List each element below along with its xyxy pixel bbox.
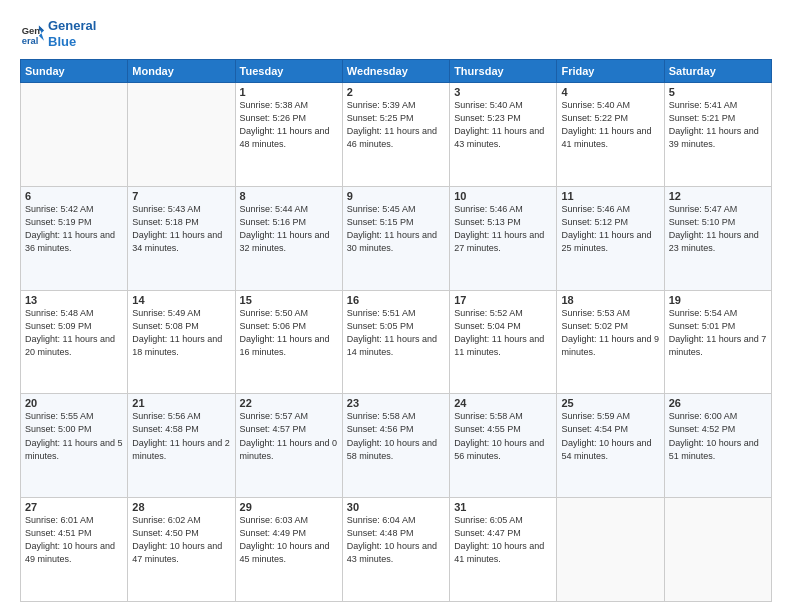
day-info: Sunrise: 5:55 AMSunset: 5:00 PMDaylight:… — [25, 410, 123, 462]
day-info: Sunrise: 5:44 AMSunset: 5:16 PMDaylight:… — [240, 203, 338, 255]
day-cell — [557, 498, 664, 602]
day-info: Sunrise: 5:48 AMSunset: 5:09 PMDaylight:… — [25, 307, 123, 359]
day-info: Sunrise: 5:40 AMSunset: 5:22 PMDaylight:… — [561, 99, 659, 151]
day-cell: 28Sunrise: 6:02 AMSunset: 4:50 PMDayligh… — [128, 498, 235, 602]
day-number: 30 — [347, 501, 445, 513]
day-cell: 27Sunrise: 6:01 AMSunset: 4:51 PMDayligh… — [21, 498, 128, 602]
svg-marker-3 — [39, 25, 44, 30]
day-cell: 11Sunrise: 5:46 AMSunset: 5:12 PMDayligh… — [557, 186, 664, 290]
day-cell: 21Sunrise: 5:56 AMSunset: 4:58 PMDayligh… — [128, 394, 235, 498]
day-info: Sunrise: 5:58 AMSunset: 4:56 PMDaylight:… — [347, 410, 445, 462]
day-cell: 23Sunrise: 5:58 AMSunset: 4:56 PMDayligh… — [342, 394, 449, 498]
logo-text: General Blue — [48, 18, 96, 49]
week-row-2: 6Sunrise: 5:42 AMSunset: 5:19 PMDaylight… — [21, 186, 772, 290]
day-info: Sunrise: 5:57 AMSunset: 4:57 PMDaylight:… — [240, 410, 338, 462]
day-number: 23 — [347, 397, 445, 409]
day-number: 18 — [561, 294, 659, 306]
weekday-friday: Friday — [557, 60, 664, 83]
weekday-monday: Monday — [128, 60, 235, 83]
day-number: 13 — [25, 294, 123, 306]
logo: Gen eral General Blue — [20, 18, 96, 49]
day-number: 14 — [132, 294, 230, 306]
day-cell: 24Sunrise: 5:58 AMSunset: 4:55 PMDayligh… — [450, 394, 557, 498]
day-info: Sunrise: 5:47 AMSunset: 5:10 PMDaylight:… — [669, 203, 767, 255]
day-number: 20 — [25, 397, 123, 409]
day-info: Sunrise: 6:02 AMSunset: 4:50 PMDaylight:… — [132, 514, 230, 566]
day-cell: 10Sunrise: 5:46 AMSunset: 5:13 PMDayligh… — [450, 186, 557, 290]
day-info: Sunrise: 6:01 AMSunset: 4:51 PMDaylight:… — [25, 514, 123, 566]
day-cell: 18Sunrise: 5:53 AMSunset: 5:02 PMDayligh… — [557, 290, 664, 394]
day-cell: 17Sunrise: 5:52 AMSunset: 5:04 PMDayligh… — [450, 290, 557, 394]
day-number: 25 — [561, 397, 659, 409]
day-info: Sunrise: 5:51 AMSunset: 5:05 PMDaylight:… — [347, 307, 445, 359]
day-cell: 8Sunrise: 5:44 AMSunset: 5:16 PMDaylight… — [235, 186, 342, 290]
day-cell: 3Sunrise: 5:40 AMSunset: 5:23 PMDaylight… — [450, 83, 557, 187]
day-number: 27 — [25, 501, 123, 513]
weekday-header-row: SundayMondayTuesdayWednesdayThursdayFrid… — [21, 60, 772, 83]
day-cell: 12Sunrise: 5:47 AMSunset: 5:10 PMDayligh… — [664, 186, 771, 290]
week-row-3: 13Sunrise: 5:48 AMSunset: 5:09 PMDayligh… — [21, 290, 772, 394]
day-cell: 2Sunrise: 5:39 AMSunset: 5:25 PMDaylight… — [342, 83, 449, 187]
day-number: 15 — [240, 294, 338, 306]
day-number: 22 — [240, 397, 338, 409]
weekday-wednesday: Wednesday — [342, 60, 449, 83]
day-number: 1 — [240, 86, 338, 98]
day-info: Sunrise: 5:45 AMSunset: 5:15 PMDaylight:… — [347, 203, 445, 255]
day-info: Sunrise: 5:54 AMSunset: 5:01 PMDaylight:… — [669, 307, 767, 359]
day-number: 31 — [454, 501, 552, 513]
day-number: 24 — [454, 397, 552, 409]
calendar-table: SundayMondayTuesdayWednesdayThursdayFrid… — [20, 59, 772, 602]
day-cell: 16Sunrise: 5:51 AMSunset: 5:05 PMDayligh… — [342, 290, 449, 394]
day-number: 19 — [669, 294, 767, 306]
day-cell — [128, 83, 235, 187]
week-row-4: 20Sunrise: 5:55 AMSunset: 5:00 PMDayligh… — [21, 394, 772, 498]
weekday-saturday: Saturday — [664, 60, 771, 83]
day-cell: 4Sunrise: 5:40 AMSunset: 5:22 PMDaylight… — [557, 83, 664, 187]
day-info: Sunrise: 5:39 AMSunset: 5:25 PMDaylight:… — [347, 99, 445, 151]
day-number: 9 — [347, 190, 445, 202]
day-info: Sunrise: 6:00 AMSunset: 4:52 PMDaylight:… — [669, 410, 767, 462]
day-number: 29 — [240, 501, 338, 513]
day-number: 2 — [347, 86, 445, 98]
day-info: Sunrise: 5:56 AMSunset: 4:58 PMDaylight:… — [132, 410, 230, 462]
day-info: Sunrise: 5:40 AMSunset: 5:23 PMDaylight:… — [454, 99, 552, 151]
day-number: 3 — [454, 86, 552, 98]
day-info: Sunrise: 5:53 AMSunset: 5:02 PMDaylight:… — [561, 307, 659, 359]
day-cell: 25Sunrise: 5:59 AMSunset: 4:54 PMDayligh… — [557, 394, 664, 498]
day-number: 6 — [25, 190, 123, 202]
day-number: 4 — [561, 86, 659, 98]
day-info: Sunrise: 5:50 AMSunset: 5:06 PMDaylight:… — [240, 307, 338, 359]
header: Gen eral General Blue — [20, 18, 772, 49]
day-number: 17 — [454, 294, 552, 306]
day-cell: 6Sunrise: 5:42 AMSunset: 5:19 PMDaylight… — [21, 186, 128, 290]
day-number: 10 — [454, 190, 552, 202]
weekday-thursday: Thursday — [450, 60, 557, 83]
day-cell: 13Sunrise: 5:48 AMSunset: 5:09 PMDayligh… — [21, 290, 128, 394]
day-number: 7 — [132, 190, 230, 202]
day-cell — [21, 83, 128, 187]
day-info: Sunrise: 6:05 AMSunset: 4:47 PMDaylight:… — [454, 514, 552, 566]
day-number: 16 — [347, 294, 445, 306]
day-number: 21 — [132, 397, 230, 409]
day-cell: 5Sunrise: 5:41 AMSunset: 5:21 PMDaylight… — [664, 83, 771, 187]
day-info: Sunrise: 5:42 AMSunset: 5:19 PMDaylight:… — [25, 203, 123, 255]
weekday-sunday: Sunday — [21, 60, 128, 83]
day-number: 26 — [669, 397, 767, 409]
day-info: Sunrise: 6:03 AMSunset: 4:49 PMDaylight:… — [240, 514, 338, 566]
day-cell — [664, 498, 771, 602]
day-cell: 26Sunrise: 6:00 AMSunset: 4:52 PMDayligh… — [664, 394, 771, 498]
day-info: Sunrise: 5:43 AMSunset: 5:18 PMDaylight:… — [132, 203, 230, 255]
day-cell: 31Sunrise: 6:05 AMSunset: 4:47 PMDayligh… — [450, 498, 557, 602]
day-info: Sunrise: 5:46 AMSunset: 5:12 PMDaylight:… — [561, 203, 659, 255]
day-cell: 19Sunrise: 5:54 AMSunset: 5:01 PMDayligh… — [664, 290, 771, 394]
day-info: Sunrise: 5:38 AMSunset: 5:26 PMDaylight:… — [240, 99, 338, 151]
day-cell: 15Sunrise: 5:50 AMSunset: 5:06 PMDayligh… — [235, 290, 342, 394]
week-row-5: 27Sunrise: 6:01 AMSunset: 4:51 PMDayligh… — [21, 498, 772, 602]
day-cell: 14Sunrise: 5:49 AMSunset: 5:08 PMDayligh… — [128, 290, 235, 394]
day-number: 12 — [669, 190, 767, 202]
day-number: 28 — [132, 501, 230, 513]
day-cell: 29Sunrise: 6:03 AMSunset: 4:49 PMDayligh… — [235, 498, 342, 602]
svg-text:eral: eral — [22, 35, 39, 46]
day-number: 5 — [669, 86, 767, 98]
day-info: Sunrise: 5:52 AMSunset: 5:04 PMDaylight:… — [454, 307, 552, 359]
